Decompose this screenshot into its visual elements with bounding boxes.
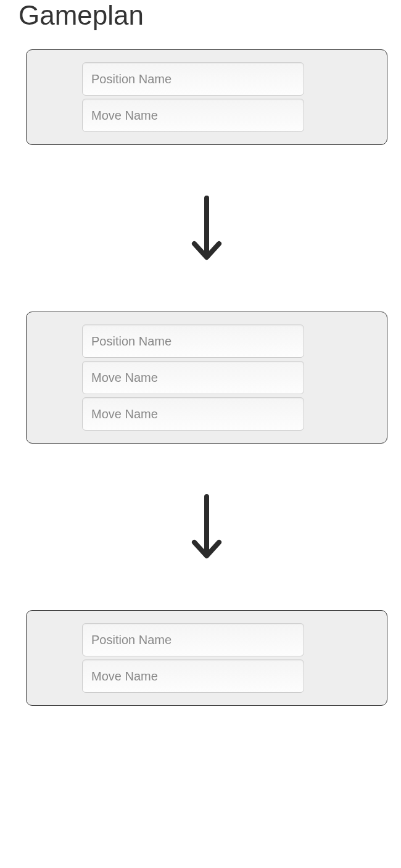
page-title: Gameplan	[19, 0, 395, 31]
position-name-input[interactable]	[82, 62, 304, 96]
move-name-input[interactable]	[82, 397, 304, 431]
move-name-input[interactable]	[82, 99, 304, 132]
position-name-input[interactable]	[82, 324, 304, 358]
card-inputs	[82, 623, 304, 693]
position-name-input[interactable]	[82, 623, 304, 656]
gameplan-card	[26, 610, 387, 706]
gameplan-card	[26, 312, 387, 444]
card-inputs	[82, 324, 304, 431]
arrow-down-container	[19, 444, 395, 610]
card-spacer	[39, 324, 82, 431]
card-inputs	[82, 62, 304, 132]
move-name-input[interactable]	[82, 659, 304, 693]
arrow-down-container	[19, 145, 395, 312]
arrow-down-icon	[189, 493, 224, 561]
move-name-input[interactable]	[82, 361, 304, 394]
card-spacer	[39, 62, 82, 132]
arrow-down-icon	[189, 194, 224, 262]
card-spacer	[39, 623, 82, 693]
gameplan-card	[26, 49, 387, 145]
